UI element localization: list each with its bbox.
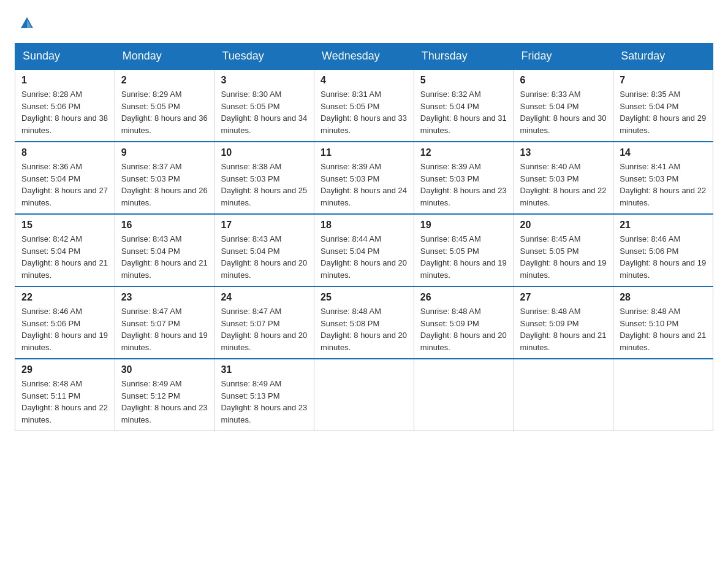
day-number: 31 xyxy=(221,364,308,375)
day-info: Sunrise: 8:48 AMSunset: 5:08 PMDaylight:… xyxy=(320,305,408,353)
day-number: 17 xyxy=(221,220,308,231)
day-number: 24 xyxy=(221,292,308,303)
day-info: Sunrise: 8:41 AMSunset: 5:03 PMDaylight:… xyxy=(620,161,707,209)
calendar-day-cell: 15Sunrise: 8:42 AMSunset: 5:04 PMDayligh… xyxy=(15,214,115,286)
day-number: 23 xyxy=(121,292,208,303)
calendar-day-cell: 28Sunrise: 8:48 AMSunset: 5:10 PMDayligh… xyxy=(613,286,713,359)
day-number: 15 xyxy=(21,220,108,231)
day-number: 29 xyxy=(21,364,108,375)
day-number: 6 xyxy=(520,75,607,86)
calendar-day-cell: 3Sunrise: 8:30 AMSunset: 5:05 PMDaylight… xyxy=(214,69,314,142)
day-info: Sunrise: 8:43 AMSunset: 5:04 PMDaylight:… xyxy=(121,233,208,281)
calendar-day-cell: 11Sunrise: 8:39 AMSunset: 5:03 PMDayligh… xyxy=(314,142,414,214)
day-number: 1 xyxy=(21,75,108,86)
day-info: Sunrise: 8:46 AMSunset: 5:06 PMDaylight:… xyxy=(620,233,707,281)
day-info: Sunrise: 8:33 AMSunset: 5:04 PMDaylight:… xyxy=(520,88,607,136)
calendar-day-cell xyxy=(514,359,613,431)
calendar-day-cell: 31Sunrise: 8:49 AMSunset: 5:13 PMDayligh… xyxy=(214,359,314,431)
day-number: 4 xyxy=(320,75,408,86)
day-number: 20 xyxy=(520,220,607,231)
day-info: Sunrise: 8:49 AMSunset: 5:12 PMDaylight:… xyxy=(121,378,208,426)
day-number: 5 xyxy=(420,75,507,86)
calendar-day-cell xyxy=(314,359,414,431)
day-info: Sunrise: 8:31 AMSunset: 5:05 PMDaylight:… xyxy=(320,88,408,136)
calendar-day-cell: 22Sunrise: 8:46 AMSunset: 5:06 PMDayligh… xyxy=(15,286,115,359)
day-number: 19 xyxy=(420,220,507,231)
day-info: Sunrise: 8:46 AMSunset: 5:06 PMDaylight:… xyxy=(21,305,108,353)
day-number: 3 xyxy=(221,75,308,86)
calendar-week-row: 15Sunrise: 8:42 AMSunset: 5:04 PMDayligh… xyxy=(15,214,713,286)
calendar-day-cell: 23Sunrise: 8:47 AMSunset: 5:07 PMDayligh… xyxy=(115,286,214,359)
day-info: Sunrise: 8:42 AMSunset: 5:04 PMDaylight:… xyxy=(21,233,108,281)
calendar-day-cell: 29Sunrise: 8:48 AMSunset: 5:11 PMDayligh… xyxy=(15,359,115,431)
calendar-table: SundayMondayTuesdayWednesdayThursdayFrid… xyxy=(15,43,713,431)
weekday-header-row: SundayMondayTuesdayWednesdayThursdayFrid… xyxy=(15,44,713,70)
weekday-header-wednesday: Wednesday xyxy=(314,44,414,70)
calendar-day-cell: 19Sunrise: 8:45 AMSunset: 5:05 PMDayligh… xyxy=(414,214,514,286)
day-info: Sunrise: 8:36 AMSunset: 5:04 PMDaylight:… xyxy=(21,161,108,209)
day-number: 16 xyxy=(121,220,208,231)
day-info: Sunrise: 8:48 AMSunset: 5:09 PMDaylight:… xyxy=(520,305,607,353)
calendar-week-row: 22Sunrise: 8:46 AMSunset: 5:06 PMDayligh… xyxy=(15,286,713,359)
day-info: Sunrise: 8:48 AMSunset: 5:10 PMDaylight:… xyxy=(620,305,707,353)
calendar-day-cell: 30Sunrise: 8:49 AMSunset: 5:12 PMDayligh… xyxy=(115,359,214,431)
calendar-day-cell: 9Sunrise: 8:37 AMSunset: 5:03 PMDaylight… xyxy=(115,142,214,214)
day-info: Sunrise: 8:48 AMSunset: 5:09 PMDaylight:… xyxy=(420,305,507,353)
calendar-week-row: 8Sunrise: 8:36 AMSunset: 5:04 PMDaylight… xyxy=(15,142,713,214)
day-info: Sunrise: 8:43 AMSunset: 5:04 PMDaylight:… xyxy=(221,233,308,281)
logo-icon xyxy=(18,15,36,32)
logo[interactable] xyxy=(15,15,38,32)
day-info: Sunrise: 8:39 AMSunset: 5:03 PMDaylight:… xyxy=(420,161,507,209)
weekday-header-friday: Friday xyxy=(514,44,613,70)
day-info: Sunrise: 8:45 AMSunset: 5:05 PMDaylight:… xyxy=(520,233,607,281)
day-number: 12 xyxy=(420,147,507,158)
calendar-day-cell: 12Sunrise: 8:39 AMSunset: 5:03 PMDayligh… xyxy=(414,142,514,214)
day-info: Sunrise: 8:48 AMSunset: 5:11 PMDaylight:… xyxy=(21,378,108,426)
day-number: 22 xyxy=(21,292,108,303)
day-number: 30 xyxy=(121,364,208,375)
calendar-week-row: 29Sunrise: 8:48 AMSunset: 5:11 PMDayligh… xyxy=(15,359,713,431)
calendar-day-cell: 27Sunrise: 8:48 AMSunset: 5:09 PMDayligh… xyxy=(514,286,613,359)
day-number: 11 xyxy=(320,147,408,158)
day-number: 13 xyxy=(520,147,607,158)
calendar-day-cell xyxy=(414,359,514,431)
weekday-header-saturday: Saturday xyxy=(613,44,713,70)
weekday-header-tuesday: Tuesday xyxy=(214,44,314,70)
day-info: Sunrise: 8:47 AMSunset: 5:07 PMDaylight:… xyxy=(121,305,208,353)
calendar-day-cell: 14Sunrise: 8:41 AMSunset: 5:03 PMDayligh… xyxy=(613,142,713,214)
day-info: Sunrise: 8:44 AMSunset: 5:04 PMDaylight:… xyxy=(320,233,408,281)
weekday-header-sunday: Sunday xyxy=(15,44,115,70)
day-info: Sunrise: 8:30 AMSunset: 5:05 PMDaylight:… xyxy=(221,88,308,136)
calendar-day-cell: 25Sunrise: 8:48 AMSunset: 5:08 PMDayligh… xyxy=(314,286,414,359)
calendar-day-cell: 20Sunrise: 8:45 AMSunset: 5:05 PMDayligh… xyxy=(514,214,613,286)
day-info: Sunrise: 8:28 AMSunset: 5:06 PMDaylight:… xyxy=(21,88,108,136)
calendar-day-cell: 7Sunrise: 8:35 AMSunset: 5:04 PMDaylight… xyxy=(613,69,713,142)
day-number: 9 xyxy=(121,147,208,158)
weekday-header-thursday: Thursday xyxy=(414,44,514,70)
day-number: 7 xyxy=(620,75,707,86)
calendar-day-cell: 5Sunrise: 8:32 AMSunset: 5:04 PMDaylight… xyxy=(414,69,514,142)
calendar-day-cell xyxy=(613,359,713,431)
page-header xyxy=(15,15,713,32)
day-info: Sunrise: 8:37 AMSunset: 5:03 PMDaylight:… xyxy=(121,161,208,209)
day-number: 8 xyxy=(21,147,108,158)
calendar-day-cell: 2Sunrise: 8:29 AMSunset: 5:05 PMDaylight… xyxy=(115,69,214,142)
day-number: 21 xyxy=(620,220,707,231)
day-info: Sunrise: 8:47 AMSunset: 5:07 PMDaylight:… xyxy=(221,305,308,353)
calendar-day-cell: 1Sunrise: 8:28 AMSunset: 5:06 PMDaylight… xyxy=(15,69,115,142)
calendar-day-cell: 16Sunrise: 8:43 AMSunset: 5:04 PMDayligh… xyxy=(115,214,214,286)
day-number: 28 xyxy=(620,292,707,303)
calendar-day-cell: 13Sunrise: 8:40 AMSunset: 5:03 PMDayligh… xyxy=(514,142,613,214)
calendar-day-cell: 4Sunrise: 8:31 AMSunset: 5:05 PMDaylight… xyxy=(314,69,414,142)
calendar-day-cell: 24Sunrise: 8:47 AMSunset: 5:07 PMDayligh… xyxy=(214,286,314,359)
day-info: Sunrise: 8:40 AMSunset: 5:03 PMDaylight:… xyxy=(520,161,607,209)
day-number: 18 xyxy=(320,220,408,231)
day-info: Sunrise: 8:38 AMSunset: 5:03 PMDaylight:… xyxy=(221,161,308,209)
day-info: Sunrise: 8:29 AMSunset: 5:05 PMDaylight:… xyxy=(121,88,208,136)
day-number: 10 xyxy=(221,147,308,158)
day-number: 26 xyxy=(420,292,507,303)
day-number: 27 xyxy=(520,292,607,303)
day-number: 14 xyxy=(620,147,707,158)
calendar-day-cell: 21Sunrise: 8:46 AMSunset: 5:06 PMDayligh… xyxy=(613,214,713,286)
weekday-header-monday: Monday xyxy=(115,44,214,70)
